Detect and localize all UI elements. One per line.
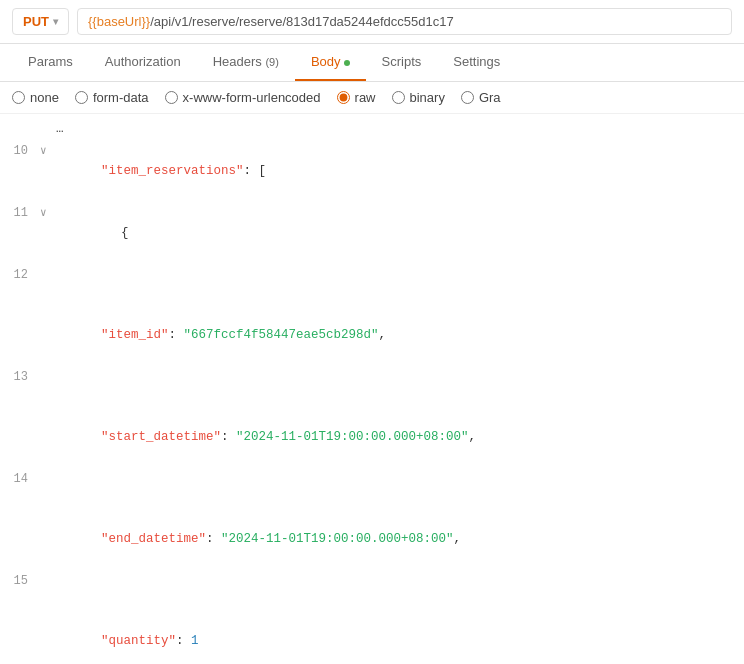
code-line-ellipsis: … — [0, 118, 744, 140]
tab-body[interactable]: Body — [295, 44, 366, 81]
tab-authorization[interactable]: Authorization — [89, 44, 197, 81]
tab-params[interactable]: Params — [12, 44, 89, 81]
code-line-15: 15 "quantity": 1 — [0, 570, 744, 664]
code-line-14: 14 "end_datetime": "2024-11-01T19:00:00.… — [0, 468, 744, 570]
request-nav-tabs: Params Authorization Headers (9) Body Sc… — [0, 44, 744, 82]
tab-scripts[interactable]: Scripts — [366, 44, 438, 81]
body-dot — [344, 60, 350, 66]
body-type-row: none form-data x-www-form-urlencoded raw… — [0, 82, 744, 114]
method-chevron-icon: ▾ — [53, 16, 58, 27]
body-type-none[interactable]: none — [12, 90, 59, 105]
url-input[interactable]: {{baseUrl}}/api/v1/reserve/reserve/813d1… — [77, 8, 732, 35]
tab-settings[interactable]: Settings — [437, 44, 516, 81]
toggle-10[interactable]: ∨ — [40, 143, 56, 161]
toggle-11[interactable]: ∨ — [40, 205, 56, 223]
body-type-binary[interactable]: binary — [392, 90, 445, 105]
base-url-part: {{baseUrl}} — [88, 14, 150, 29]
code-line-10: 10 ∨ "item_reservations": [ — [0, 140, 744, 202]
body-type-form-data[interactable]: form-data — [75, 90, 149, 105]
method-selector[interactable]: PUT ▾ — [12, 8, 69, 35]
body-type-urlencoded[interactable]: x-www-form-urlencoded — [165, 90, 321, 105]
url-path-part: /api/v1/reserve/reserve/813d17da5244efdc… — [150, 14, 454, 29]
tab-headers[interactable]: Headers (9) — [197, 44, 295, 81]
code-line-13: 13 "start_datetime": "2024-11-01T19:00:0… — [0, 366, 744, 468]
code-line-12: 12 "item_id": "667fccf4f58447eae5cb298d"… — [0, 264, 744, 366]
body-type-raw[interactable]: raw — [337, 90, 376, 105]
method-label: PUT — [23, 14, 49, 29]
code-line-11: 11 ∨ { — [0, 202, 744, 264]
url-bar: PUT ▾ {{baseUrl}}/api/v1/reserve/reserve… — [0, 0, 744, 44]
body-type-graphql[interactable]: Gra — [461, 90, 501, 105]
request-body-editor[interactable]: … 10 ∨ "item_reservations": [ 11 ∨ { 12 … — [0, 114, 744, 664]
